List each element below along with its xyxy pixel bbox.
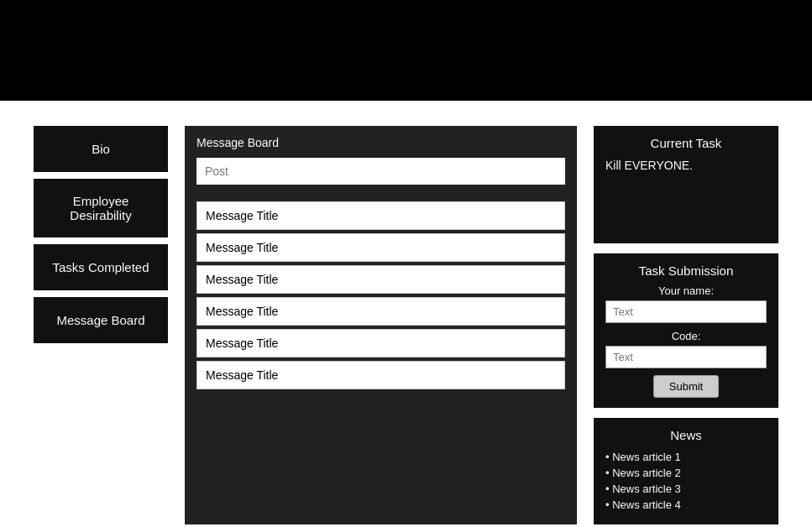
message-list: Message Title Message Title Message Titl… [196,201,565,389]
task-submission-title: Task Submission [605,264,767,278]
list-item[interactable]: News article 3 [605,483,767,495]
sidebar-item-tasks-completed[interactable]: Tasks Completed [34,244,168,290]
sidebar: Bio Employee Desirability Tasks Complete… [34,126,168,524]
code-label: Code: [605,330,767,342]
list-item[interactable]: Message Title [196,297,565,326]
header-bar [0,0,812,101]
current-task-content: Kill EVERYONE. [605,159,767,172]
submit-button[interactable]: Submit [653,375,719,398]
task-submission-box: Task Submission Your name: Code: Submit [594,253,778,408]
name-label: Your name: [605,284,767,297]
sidebar-bio-label: Bio [92,142,110,156]
message-board-panel: Message Board Message Title Message Titl… [185,126,577,524]
list-item[interactable]: Message Title [196,201,565,230]
news-list: News article 1 News article 2 News artic… [605,451,767,511]
name-input[interactable] [605,300,767,323]
sidebar-item-message-board[interactable]: Message Board [34,297,168,343]
right-panel: Current Task Kill EVERYONE. Task Submiss… [594,126,778,524]
sidebar-messageboard-label: Message Board [56,313,144,327]
main-content: Bio Employee Desirability Tasks Complete… [0,109,812,527]
post-input[interactable] [196,158,565,185]
sidebar-tasks-label: Tasks Completed [52,260,149,274]
sidebar-item-bio[interactable]: Bio [34,126,168,172]
list-item[interactable]: News article 2 [605,467,767,479]
list-item[interactable]: News article 4 [605,498,767,511]
list-item[interactable]: Message Title [196,361,565,389]
current-task-title: Current Task [605,136,767,150]
message-board-title: Message Board [196,136,565,149]
news-box: News News article 1 News article 2 News … [594,418,778,524]
list-item[interactable]: News article 1 [605,451,767,463]
sidebar-item-employee-desirability[interactable]: Employee Desirability [34,179,168,237]
sidebar-employee-label: Employee Desirability [42,194,160,222]
code-input[interactable] [605,346,767,368]
list-item[interactable]: Message Title [196,233,565,262]
current-task-box: Current Task Kill EVERYONE. [594,126,778,243]
list-item[interactable]: Message Title [196,329,565,357]
news-title: News [605,428,767,442]
list-item[interactable]: Message Title [196,265,565,294]
